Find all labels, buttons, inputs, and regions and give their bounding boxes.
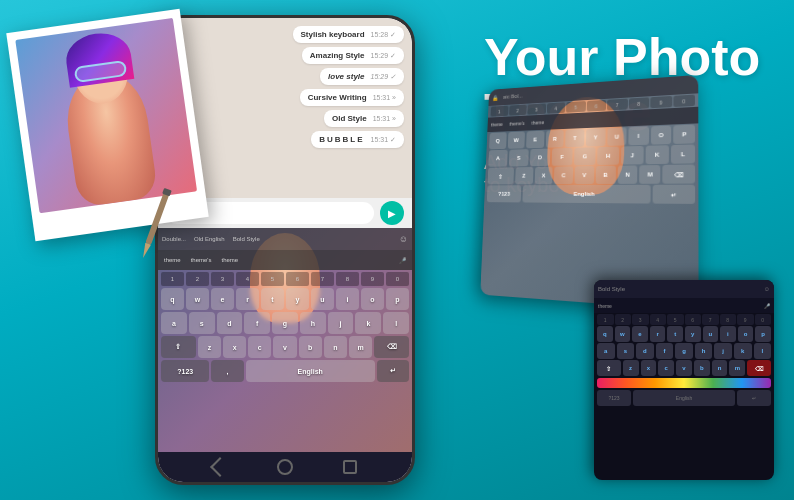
kt-key-p[interactable]: P	[674, 125, 695, 144]
kt-key-f[interactable]: F	[552, 148, 573, 166]
key-r[interactable]: r	[236, 288, 259, 310]
kt-key-o[interactable]: O	[651, 126, 672, 145]
kd-num[interactable]: 2	[615, 314, 632, 325]
kt-key-t[interactable]: T	[565, 129, 584, 147]
kd-key-i[interactable]: i	[720, 326, 736, 342]
key-a[interactable]: a	[161, 312, 187, 334]
kd-key-t[interactable]: t	[667, 326, 683, 342]
kt-key-k[interactable]: K	[646, 145, 669, 164]
kt-key-u[interactable]: U	[607, 127, 627, 146]
kt-key-n[interactable]: N	[617, 165, 637, 184]
key-123[interactable]: ?123	[161, 360, 209, 382]
kd-key-b[interactable]: b	[694, 360, 710, 376]
kd-num[interactable]: 9	[737, 314, 754, 325]
kd-num[interactable]: 7	[702, 314, 719, 325]
key-l[interactable]: l	[383, 312, 409, 334]
key-o[interactable]: o	[361, 288, 384, 310]
key-shift[interactable]: ⇧	[161, 336, 196, 358]
key-q[interactable]: q	[161, 288, 184, 310]
recent-button[interactable]	[343, 460, 357, 474]
kd-key-u[interactable]: u	[703, 326, 719, 342]
kd-key-x[interactable]: x	[641, 360, 657, 376]
key-d[interactable]: d	[217, 312, 243, 334]
key-e[interactable]: e	[211, 288, 234, 310]
kt-key-w[interactable]: W	[507, 131, 525, 148]
kt-key-z[interactable]: Z	[515, 167, 533, 184]
kt-key-b[interactable]: B	[596, 166, 616, 184]
kt-key-e[interactable]: E	[526, 131, 544, 149]
kd-key-j[interactable]: j	[714, 343, 732, 359]
kt-key-a[interactable]: A	[488, 150, 507, 167]
key-comma[interactable]: ,	[211, 360, 243, 382]
kd-key-y[interactable]: y	[685, 326, 701, 342]
kd-num[interactable]: 5	[667, 314, 684, 325]
kd-num[interactable]: 1	[597, 314, 614, 325]
kt-num[interactable]: 3	[527, 103, 546, 114]
kt-key-y[interactable]: Y	[586, 128, 605, 146]
key-f[interactable]: f	[244, 312, 270, 334]
key-j[interactable]: j	[328, 312, 354, 334]
kd-backspace[interactable]: ⌫	[747, 360, 771, 376]
suggest-2[interactable]: theme's	[191, 257, 212, 263]
kt-num[interactable]: 4	[546, 102, 565, 113]
kt-space[interactable]: English	[523, 185, 650, 204]
num-key[interactable]: 0	[386, 272, 409, 286]
key-n[interactable]: n	[324, 336, 347, 358]
send-button[interactable]: ▶	[380, 201, 404, 225]
kd-enter[interactable]: ↵	[737, 390, 771, 406]
kt-num[interactable]: 0	[673, 95, 695, 107]
kt-key-g[interactable]: G	[574, 147, 596, 165]
num-key[interactable]: 3	[211, 272, 234, 286]
key-p[interactable]: p	[386, 288, 409, 310]
kd-key-q[interactable]: q	[597, 326, 613, 342]
num-key[interactable]: 7	[311, 272, 334, 286]
kt-key-c[interactable]: C	[554, 166, 573, 184]
emoji-icon[interactable]: ☺	[399, 234, 408, 244]
color-bar[interactable]	[597, 378, 771, 388]
kd-key-p[interactable]: p	[755, 326, 771, 342]
kd-num[interactable]: 3	[632, 314, 649, 325]
num-key[interactable]: 1	[161, 272, 184, 286]
num-key[interactable]: 4	[236, 272, 259, 286]
kd-space[interactable]: English	[633, 390, 735, 406]
kd-key-o[interactable]: o	[738, 326, 754, 342]
key-backspace[interactable]: ⌫	[374, 336, 409, 358]
kt-num[interactable]: 1	[490, 106, 508, 117]
kt-enter[interactable]: ↵	[652, 185, 695, 204]
kd-key-l[interactable]: l	[754, 343, 772, 359]
kd-key-r[interactable]: r	[650, 326, 666, 342]
num-key[interactable]: 8	[336, 272, 359, 286]
suggest-1[interactable]: theme	[164, 257, 181, 263]
kd-key-c[interactable]: c	[658, 360, 674, 376]
key-m[interactable]: m	[349, 336, 372, 358]
kd-key-h[interactable]: h	[695, 343, 713, 359]
kt-key-v[interactable]: V	[575, 166, 594, 184]
kd-key-f[interactable]: f	[656, 343, 674, 359]
key-v[interactable]: v	[273, 336, 296, 358]
kt-key-i[interactable]: I	[629, 126, 649, 145]
kd-key-m[interactable]: m	[729, 360, 745, 376]
suggest-3[interactable]: theme	[222, 257, 239, 263]
kd-key-g[interactable]: g	[675, 343, 693, 359]
num-key[interactable]: 6	[286, 272, 309, 286]
key-t[interactable]: t	[261, 288, 284, 310]
kd-key-d[interactable]: d	[636, 343, 654, 359]
key-z[interactable]: z	[198, 336, 221, 358]
kt-num[interactable]: 2	[509, 105, 527, 116]
num-key[interactable]: 9	[361, 272, 384, 286]
kd-key-n[interactable]: n	[712, 360, 728, 376]
kt-key-back[interactable]: ⌫	[663, 164, 695, 183]
key-w[interactable]: w	[186, 288, 209, 310]
key-c[interactable]: c	[248, 336, 271, 358]
kt-num[interactable]: 7	[607, 99, 627, 111]
kd-key-s[interactable]: s	[617, 343, 635, 359]
key-i[interactable]: i	[336, 288, 359, 310]
kd-key-w[interactable]: w	[615, 326, 631, 342]
kd-key-z[interactable]: z	[623, 360, 639, 376]
kd-123[interactable]: ?123	[597, 390, 631, 406]
kt-num[interactable]: 9	[650, 96, 672, 108]
suggestion-bar[interactable]: theme theme's theme 🎤	[158, 250, 412, 270]
kt-123[interactable]: ?123	[487, 185, 522, 202]
key-s[interactable]: s	[189, 312, 215, 334]
mic-icon[interactable]: 🎤	[399, 257, 406, 264]
